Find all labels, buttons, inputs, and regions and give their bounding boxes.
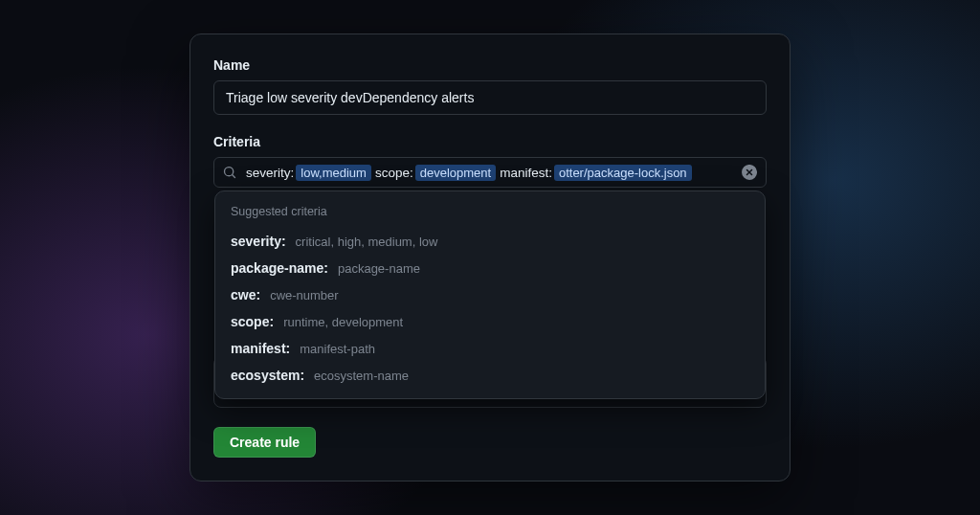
- criteria-section: Criteria severity: low,medium scope: dev…: [213, 134, 767, 188]
- name-input[interactable]: [213, 80, 767, 115]
- suggestion-hint: package-name: [338, 261, 420, 276]
- suggestion-key: cwe:: [231, 287, 260, 302]
- criteria-input[interactable]: severity: low,medium scope: development …: [213, 157, 767, 188]
- suggestion-cwe[interactable]: cwe: cwe-number: [231, 281, 749, 308]
- suggestion-severity[interactable]: severity: critical, high, medium, low: [231, 228, 749, 255]
- token-value[interactable]: low,medium: [296, 165, 371, 181]
- suggestion-hint: ecosystem-name: [314, 369, 409, 383]
- suggestion-manifest[interactable]: manifest: manifest-path: [231, 335, 749, 362]
- rule-form-panel: Name Criteria severity: low,medium scope…: [189, 34, 791, 481]
- suggestion-hint: cwe-number: [270, 288, 339, 302]
- search-icon: [223, 166, 236, 179]
- criteria-label: Criteria: [213, 134, 767, 149]
- suggestion-key: manifest:: [231, 341, 290, 356]
- suggestion-hint: manifest-path: [300, 342, 375, 356]
- token-value[interactable]: development: [415, 165, 496, 181]
- suggestion-key: package-name:: [231, 260, 328, 276]
- suggestion-key: scope:: [231, 314, 274, 329]
- criteria-suggestions-popover: Suggested criteria severity: critical, h…: [214, 190, 766, 399]
- suggestion-scope[interactable]: scope: runtime, development: [231, 308, 749, 335]
- create-rule-button[interactable]: Create rule: [213, 427, 316, 458]
- suggestion-ecosystem[interactable]: ecosystem: ecosystem-name: [231, 362, 749, 389]
- suggestion-hint: critical, high, medium, low: [296, 235, 438, 249]
- token-key: scope:: [372, 166, 414, 180]
- suggestion-key: severity:: [231, 234, 286, 249]
- criteria-tokens: severity: low,medium scope: development …: [243, 165, 692, 181]
- token-key: severity:: [243, 166, 295, 180]
- suggestion-hint: runtime, development: [283, 315, 403, 329]
- token-value[interactable]: otter/package-lock.json: [554, 165, 692, 181]
- clear-icon[interactable]: [742, 165, 757, 180]
- name-label: Name: [213, 57, 767, 73]
- suggestions-title: Suggested criteria: [231, 205, 749, 218]
- token-key: manifest:: [497, 166, 553, 180]
- suggestion-key: ecosystem:: [231, 368, 304, 383]
- suggestion-package-name[interactable]: package-name: package-name: [231, 255, 749, 281]
